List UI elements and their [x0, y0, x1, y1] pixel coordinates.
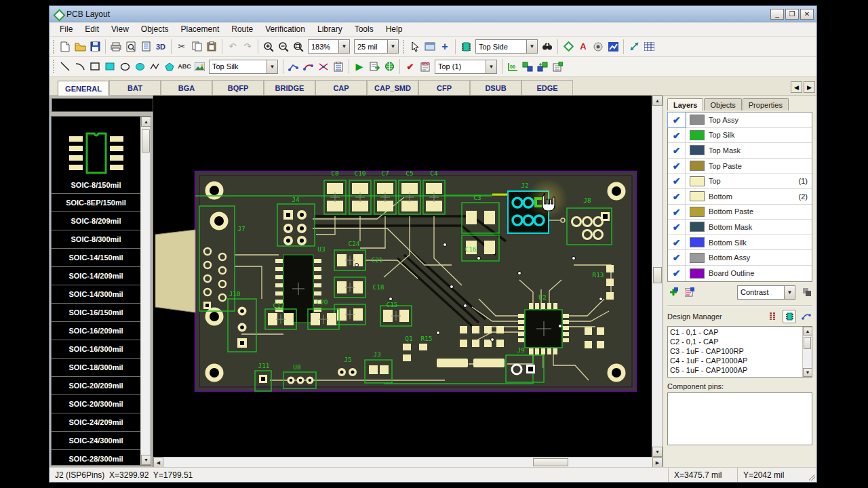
titles-report-button[interactable] — [138, 39, 153, 54]
origin-tool-icon[interactable]: + — [437, 39, 452, 54]
design-manager-item[interactable]: C5 - 1uF - CAP1000AP — [670, 365, 800, 375]
layer-row-bottom-silk[interactable]: ✔Bottom Silk — [668, 235, 812, 251]
footprint-item[interactable]: SOIC-8/209mil — [52, 212, 140, 230]
maximize-button[interactable]: ❐ — [785, 9, 799, 20]
footprint-item[interactable]: SOIC-28/300mil — [52, 450, 140, 465]
text-tool-icon[interactable]: ABC — [177, 59, 192, 74]
zoom-window-icon[interactable] — [291, 39, 306, 54]
footprint-item[interactable]: SOIC-16/300mil — [52, 340, 140, 359]
close-button[interactable]: ✕ — [800, 9, 814, 20]
net-manager-icon[interactable] — [382, 59, 397, 74]
title-bar[interactable]: PCB Layout _ ❐ ✕ — [50, 6, 816, 22]
layer-color-swatch[interactable] — [690, 161, 705, 171]
layer-row-bottom[interactable]: ✔Bottom(2) — [668, 189, 812, 205]
footprint-item[interactable]: SOIC-24/209mil — [52, 413, 140, 432]
layer-row-top[interactable]: ✔Top(1) — [668, 174, 812, 189]
library-tab-bridge[interactable]: BRIDGE — [264, 80, 315, 95]
library-tab-cap_smd[interactable]: CAP_SMD — [367, 80, 418, 95]
layer-visible-checkbox[interactable]: ✔ — [668, 189, 686, 204]
menu-edit[interactable]: Edit — [79, 23, 105, 35]
picture-tool-icon[interactable] — [192, 59, 207, 74]
layer-row-bottom-assy[interactable]: ✔Bottom Assy — [668, 250, 812, 266]
layer-visible-checkbox[interactable]: ✔ — [668, 205, 686, 220]
filled-ellipse-tool-icon[interactable] — [132, 59, 147, 74]
footprint-item[interactable]: SOIC-20/209mil — [52, 377, 140, 395]
component-pins-list[interactable] — [667, 392, 812, 445]
scroll-thumb[interactable] — [142, 129, 150, 152]
scroll-left-icon[interactable]: ◀ — [153, 458, 163, 468]
panel-tab-properties[interactable]: Properties — [743, 98, 789, 110]
footprint-item[interactable]: SOIC-18/300mil — [52, 359, 140, 377]
text-marking-icon[interactable]: A — [576, 39, 591, 54]
library-tab-dsub[interactable]: DSUB — [470, 80, 521, 95]
layer-color-swatch[interactable] — [690, 253, 705, 263]
canvas-vscrollbar[interactable]: ▲ ▼ — [652, 96, 663, 457]
select-tool-icon[interactable] — [408, 39, 422, 54]
zoom-out-icon[interactable] — [276, 39, 291, 54]
drc-check-icon[interactable]: ✔ — [403, 59, 418, 74]
chevron-down-icon[interactable]: ▼ — [526, 40, 537, 53]
find-component-icon[interactable] — [540, 39, 555, 54]
arc-tool-icon[interactable] — [73, 59, 87, 74]
layer-color-swatch[interactable] — [690, 268, 705, 279]
menu-objects[interactable]: Objects — [135, 23, 175, 35]
scroll-thumb[interactable] — [804, 337, 811, 349]
drawing-layer-combobox[interactable]: Top Silk▼ — [209, 60, 278, 74]
scroll-down-icon[interactable]: ▼ — [652, 447, 663, 457]
update-from-schematic-icon[interactable] — [520, 59, 535, 74]
layer-color-swatch[interactable] — [690, 176, 705, 186]
print-preview-button[interactable] — [123, 39, 138, 54]
filled-rectangle-tool-icon[interactable] — [102, 59, 117, 74]
component-properties-icon[interactable] — [550, 59, 565, 74]
layer-order-icon[interactable] — [802, 287, 812, 298]
renew-layout-icon[interactable] — [535, 59, 550, 74]
design-manager-item[interactable]: C2 - 0,1 - CAP — [670, 337, 800, 346]
grid-size-combobox[interactable]: 25 mil▼ — [354, 39, 399, 54]
component-mode-icon[interactable] — [458, 39, 473, 54]
library-tab-bat[interactable]: BAT — [109, 80, 161, 95]
polyline-tool-icon[interactable] — [147, 59, 162, 74]
layer-color-swatch[interactable] — [690, 115, 705, 125]
footprint-item[interactable]: SOIC-8/300mil — [52, 230, 140, 249]
print-button[interactable] — [108, 39, 123, 54]
ellipse-tool-icon[interactable] — [117, 59, 132, 74]
panel-tab-objects[interactable]: Objects — [704, 98, 741, 110]
layer-setup-icon[interactable] — [684, 286, 696, 298]
library-tab-edge[interactable]: EDGE — [521, 80, 573, 95]
copper-pour-icon[interactable] — [606, 39, 620, 54]
design-manager-scrollbar[interactable]: ▲ ▼ — [802, 327, 812, 377]
new-file-button[interactable] — [58, 39, 73, 54]
layer-visible-checkbox[interactable]: ✔ — [668, 266, 686, 281]
layer-row-board-outline[interactable]: ✔Board Outline — [668, 266, 812, 281]
menu-library[interactable]: Library — [311, 23, 349, 35]
route-interactive-icon[interactable] — [301, 59, 316, 74]
layer-visible-checkbox[interactable]: ✔ — [668, 250, 686, 265]
zoom-in-icon[interactable] — [261, 39, 276, 54]
layer-row-top-assy[interactable]: ✔Top Assy — [668, 113, 812, 128]
layer-color-swatch[interactable] — [690, 207, 705, 217]
layer-color-swatch[interactable] — [690, 237, 705, 247]
footprint-item[interactable]: SOIC-16/209mil — [52, 322, 140, 340]
menu-verification[interactable]: Verification — [259, 23, 311, 35]
layer-visible-checkbox[interactable]: ✔ — [668, 128, 686, 143]
panel-tab-layers[interactable]: Layers — [667, 98, 703, 110]
grid-table-icon[interactable] — [642, 39, 656, 54]
footprint-item[interactable]: SOIC-20/300mil — [52, 395, 140, 413]
component-placement-icon[interactable] — [422, 39, 437, 54]
save-button[interactable] — [87, 39, 102, 54]
menu-placement[interactable]: Placement — [175, 23, 226, 35]
layer-color-swatch[interactable] — [690, 222, 705, 232]
menu-file[interactable]: File — [54, 23, 79, 35]
line-tool-icon[interactable] — [58, 59, 73, 74]
library-tab-general[interactable]: GENERAL — [58, 81, 109, 96]
layer-row-bottom-mask[interactable]: ✔Bottom Mask — [668, 220, 812, 235]
board-side-combobox[interactable]: Top Side▼ — [475, 39, 538, 54]
minimize-button[interactable]: _ — [770, 9, 784, 20]
canvas-hscrollbar[interactable]: ◀ ▶ — [153, 457, 663, 467]
scroll-down-icon[interactable]: ▼ — [803, 368, 812, 377]
design-manager-item[interactable]: C3 - 1uF - CAP100RP — [670, 346, 800, 356]
zoom-level-combobox[interactable]: 183%▼ — [308, 39, 350, 54]
nets-filter-icon[interactable] — [766, 310, 778, 323]
scroll-thumb[interactable] — [653, 267, 662, 283]
scroll-up-icon[interactable]: ▲ — [803, 327, 812, 336]
